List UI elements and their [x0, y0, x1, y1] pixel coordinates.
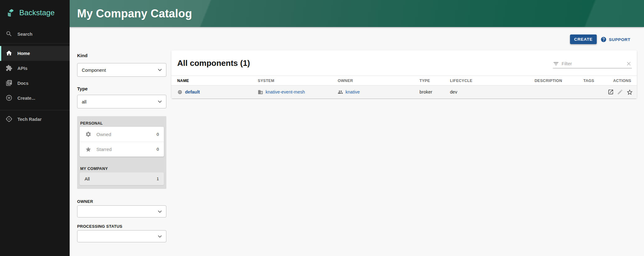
kind-select[interactable]: Component: [77, 63, 166, 77]
star-outline-icon[interactable]: [626, 89, 632, 95]
clear-filter-icon[interactable]: [626, 61, 632, 67]
personal-section-title: PERSONAL: [80, 121, 103, 126]
sidebar-item-tech-radar[interactable]: Tech Radar: [0, 112, 70, 127]
sidebar-item-label: Home: [17, 51, 30, 56]
radar-icon: [6, 116, 13, 123]
plus-circle-icon: [6, 94, 13, 102]
chevron-down-icon: [156, 98, 164, 105]
owned-label: Owned: [96, 132, 111, 137]
edit-icon[interactable]: [617, 89, 623, 95]
processing-status-label: PROCESSING STATUS: [77, 224, 122, 229]
table-filter-field: [553, 59, 632, 68]
sidebar-item-label: Docs: [17, 81, 28, 86]
column-header-system[interactable]: SYSTEM: [258, 79, 274, 83]
type-cell: broker: [419, 85, 432, 98]
system-cell: knative-event-mesh: [258, 85, 305, 98]
kind-select-value: Component: [82, 67, 106, 73]
page-title: My Company Catalog: [70, 7, 192, 20]
owner-select[interactable]: [77, 205, 166, 217]
lifecycle-cell: dev: [450, 85, 457, 98]
system-link[interactable]: knative-event-mesh: [266, 89, 305, 94]
owner-label: OWNER: [77, 199, 93, 204]
sidebar-item-label: Create...: [17, 96, 35, 101]
chevron-down-icon: [156, 233, 164, 240]
starred-count: 0: [156, 147, 159, 152]
all-count: 1: [156, 176, 159, 181]
backstage-catalog-page: Backstage Search Home APIs Docs: [0, 0, 644, 256]
search-icon: [6, 30, 13, 38]
chevron-down-icon: [156, 208, 164, 215]
star-icon: [85, 146, 91, 153]
group-icon: [338, 89, 343, 95]
owned-count: 0: [156, 132, 159, 137]
all-label: All: [85, 176, 90, 181]
column-header-description[interactable]: DESCRIPTION: [535, 79, 562, 83]
sidebar: Backstage Search Home APIs Docs: [0, 0, 70, 256]
name-cell: default: [177, 85, 200, 98]
company-section-title: MY COMPANY: [80, 167, 108, 171]
sidebar-item-label: Search: [17, 32, 32, 37]
sidebar-item-label: Tech Radar: [17, 117, 42, 122]
support-button[interactable]: SUPPORT: [600, 36, 630, 43]
sidebar-item-apis[interactable]: APIs: [0, 61, 70, 76]
table-title: All components (1): [177, 58, 250, 68]
column-header-actions: ACTIONS: [613, 79, 631, 83]
column-header-name[interactable]: NAME: [177, 79, 189, 83]
column-header-lifecycle[interactable]: LIFECYCLE: [450, 79, 472, 83]
system-building-icon: [258, 89, 263, 95]
components-table-card: All components (1) NAME SYSTEM OWNER TYP…: [171, 50, 637, 98]
chevron-down-icon: [156, 66, 164, 74]
open-in-new-icon[interactable]: [608, 89, 614, 95]
home-icon: [6, 50, 13, 57]
table-header-row: NAME SYSTEM OWNER TYPE LIFECYCLE DESCRIP…: [171, 75, 637, 85]
owner-link[interactable]: knative: [345, 89, 360, 94]
create-button[interactable]: CREATE: [570, 34, 597, 44]
sidebar-item-docs[interactable]: Docs: [0, 76, 70, 91]
help-icon: [600, 36, 607, 43]
sidebar-divider: [0, 43, 70, 43]
table-filter-input[interactable]: [562, 61, 626, 66]
component-chip-icon: [177, 89, 183, 95]
gear-icon: [85, 131, 91, 137]
column-header-owner[interactable]: OWNER: [338, 79, 353, 83]
logo-wordmark: Backstage: [19, 8, 55, 17]
table-row: default knative-event-mesh knative broke…: [171, 85, 637, 98]
starred-filter-item[interactable]: Starred 0: [80, 142, 164, 157]
processing-status-select[interactable]: [77, 230, 166, 242]
filter-list-icon: [553, 61, 559, 67]
backstage-logo[interactable]: Backstage: [0, 0, 70, 19]
sidebar-item-home[interactable]: Home: [0, 46, 70, 61]
main-content: CREATE SUPPORT Kind Component Type all P…: [70, 27, 644, 256]
type-select[interactable]: all: [77, 95, 166, 108]
type-select-value: all: [82, 99, 86, 104]
actions-cell: [608, 85, 632, 98]
owner-cell: knative: [338, 85, 360, 98]
personal-picker-group: Owned 0 Starred 0: [80, 127, 164, 157]
entity-picker-card: PERSONAL Owned 0 Starred 0: [77, 116, 166, 189]
column-header-tags[interactable]: TAGS: [583, 79, 594, 83]
page-header: My Company Catalog: [70, 0, 644, 27]
all-filter-item[interactable]: All 1: [80, 172, 164, 185]
sidebar-item-create[interactable]: Create...: [0, 91, 70, 106]
column-header-type[interactable]: TYPE: [419, 79, 430, 83]
type-label: Type: [77, 86, 88, 91]
entity-link[interactable]: default: [185, 89, 200, 94]
docs-icon: [6, 80, 13, 87]
owned-filter-item[interactable]: Owned 0: [80, 127, 164, 142]
starred-label: Starred: [96, 147, 112, 152]
sidebar-item-label: APIs: [17, 66, 27, 71]
kind-label: Kind: [77, 53, 87, 58]
sidebar-divider: [0, 110, 70, 110]
backstage-logo-icon: [6, 7, 16, 19]
sidebar-item-search[interactable]: Search: [0, 27, 70, 42]
puzzle-icon: [6, 65, 13, 72]
support-label: SUPPORT: [609, 37, 630, 42]
